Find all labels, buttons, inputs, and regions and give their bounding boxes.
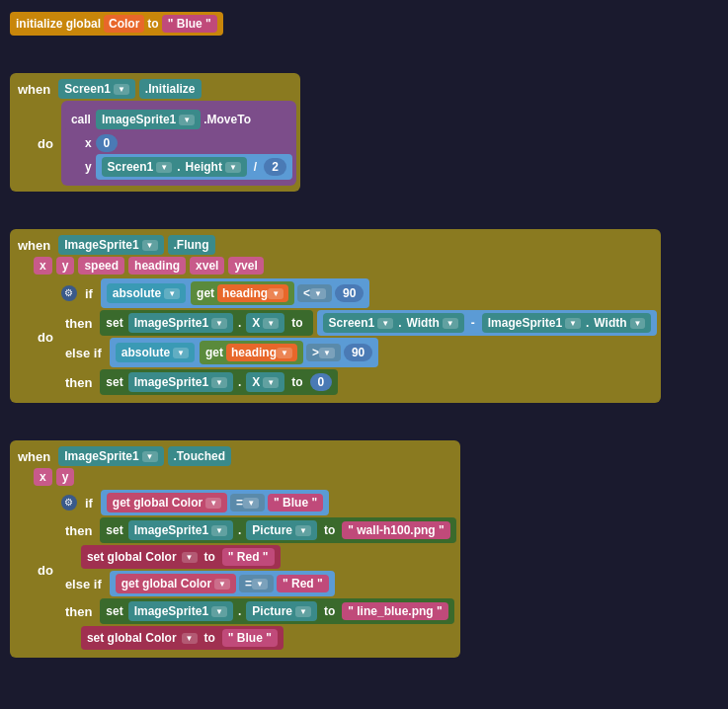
set-picture1[interactable]: set ImageSprite1 . Picture to bbox=[100, 517, 455, 543]
imgsprite1-dropdown[interactable] bbox=[565, 318, 581, 329]
set2-component[interactable]: ImageSprite1 bbox=[128, 372, 233, 392]
global-color2-dropdown[interactable] bbox=[214, 579, 230, 590]
when3-comp-dropdown[interactable] bbox=[142, 451, 158, 462]
val0[interactable]: 0 bbox=[310, 373, 333, 391]
val90b[interactable]: 90 bbox=[344, 344, 372, 361]
x-value[interactable]: 0 bbox=[96, 134, 119, 152]
blue-str1[interactable]: " Blue " bbox=[268, 494, 323, 512]
screen1-height-dropdown[interactable] bbox=[156, 162, 172, 173]
get-global-color1[interactable]: get global Color bbox=[107, 493, 227, 512]
screen1-w-dropdown[interactable] bbox=[377, 318, 393, 329]
eq1-dropdown[interactable] bbox=[243, 498, 259, 509]
set1-block[interactable]: set ImageSprite1 . X to bbox=[100, 310, 312, 336]
param-speed[interactable]: speed bbox=[78, 257, 124, 275]
pic2-prop[interactable]: Picture bbox=[246, 601, 317, 621]
val90a[interactable]: 90 bbox=[335, 284, 364, 302]
set1-comp-dropdown[interactable] bbox=[211, 318, 227, 329]
heading1-dropdown[interactable] bbox=[268, 288, 283, 299]
when2-comp-dropdown[interactable] bbox=[142, 240, 158, 251]
lt-op[interactable]: < bbox=[297, 284, 332, 302]
param-yvel[interactable]: yvel bbox=[228, 257, 263, 275]
to-pic2: to bbox=[324, 604, 335, 618]
get-global-color2[interactable]: get global Color bbox=[116, 574, 236, 593]
color-var[interactable]: Color bbox=[104, 15, 144, 33]
initialize-event[interactable]: .Initialize bbox=[139, 79, 202, 99]
blue-string-init[interactable]: " Blue " bbox=[162, 15, 217, 33]
when2-component[interactable]: ImageSprite1 bbox=[58, 235, 163, 255]
condition4[interactable]: get global Color = " Red " bbox=[110, 571, 335, 596]
pic2-component[interactable]: ImageSprite1 bbox=[128, 601, 233, 621]
abs1-block[interactable]: absolute bbox=[107, 283, 186, 303]
param-y[interactable]: y bbox=[56, 257, 75, 275]
eq2-op[interactable]: = bbox=[239, 575, 274, 592]
set2-prop[interactable]: X bbox=[246, 372, 284, 392]
wall-pic-str[interactable]: " wall-h100.png " bbox=[342, 521, 449, 539]
eq1-op[interactable]: = bbox=[230, 494, 265, 512]
pic1-component[interactable]: ImageSprite1 bbox=[128, 520, 233, 540]
param3-y[interactable]: y bbox=[56, 468, 75, 486]
condition3[interactable]: get global Color = " Blue " bbox=[101, 490, 329, 515]
abs1-dropdown[interactable] bbox=[164, 288, 180, 299]
heading2-var[interactable]: heading bbox=[226, 344, 297, 361]
set-global-blue[interactable]: set global Color to " Blue " bbox=[81, 626, 283, 650]
get-heading2[interactable]: get heading bbox=[200, 341, 303, 364]
heading2-dropdown[interactable] bbox=[277, 348, 292, 358]
pic1-prop-dropdown[interactable] bbox=[295, 525, 311, 536]
gear-icon-2[interactable]: ⚙ bbox=[61, 285, 77, 301]
red-str1[interactable]: " Red " bbox=[222, 548, 275, 566]
set2-block[interactable]: set ImageSprite1 . X to bbox=[100, 369, 338, 395]
line-blue-str[interactable]: " line_blue.png " bbox=[342, 602, 447, 620]
condition1[interactable]: absolute get heading bbox=[101, 278, 370, 308]
global-red-dropdown[interactable] bbox=[182, 552, 198, 563]
abs2-dropdown[interactable] bbox=[173, 348, 189, 358]
global-color1-dropdown[interactable] bbox=[205, 498, 221, 509]
param-heading[interactable]: heading bbox=[128, 257, 186, 275]
param-xvel[interactable]: xvel bbox=[190, 257, 224, 275]
pic2-prop-dropdown[interactable] bbox=[295, 606, 311, 617]
gear-icon-3[interactable]: ⚙ bbox=[61, 495, 77, 511]
pic1-comp-dropdown[interactable] bbox=[211, 525, 227, 536]
param3-x[interactable]: x bbox=[34, 468, 52, 486]
pic1-prop[interactable]: Picture bbox=[246, 520, 317, 540]
divide-block[interactable]: Screen1 . Height / 2 bbox=[96, 154, 292, 180]
initialize-block[interactable]: initialize global Color to " Blue " bbox=[10, 12, 223, 36]
height-dropdown[interactable] bbox=[225, 162, 241, 173]
set1-prop-dropdown[interactable] bbox=[263, 318, 279, 329]
screen1-component[interactable]: Screen1 bbox=[58, 79, 135, 99]
minus-block[interactable]: Screen1 . Width - ImageSprite1 . bbox=[317, 310, 658, 336]
global-blue-dropdown[interactable] bbox=[182, 633, 198, 644]
then2-row-2: then set ImageSprite1 . X bbox=[61, 369, 658, 395]
blue-str2[interactable]: " Blue " bbox=[222, 629, 278, 647]
pic2-comp-dropdown[interactable] bbox=[211, 606, 227, 617]
red-str2[interactable]: " Red " bbox=[277, 575, 329, 592]
heading1-var[interactable]: heading bbox=[217, 284, 288, 302]
set-global-red[interactable]: set global Color to " Red " bbox=[81, 545, 281, 569]
screen1-height[interactable]: Screen1 . Height bbox=[102, 157, 247, 177]
imgsprite1-width[interactable]: ImageSprite1 . Width bbox=[482, 313, 652, 333]
set1-component[interactable]: ImageSprite1 bbox=[128, 313, 233, 333]
screen1-width[interactable]: Screen1 . Width bbox=[323, 313, 464, 333]
gt-dropdown[interactable] bbox=[319, 348, 335, 358]
y-divisor[interactable]: 2 bbox=[264, 158, 286, 176]
abs2-block[interactable]: absolute bbox=[116, 343, 195, 362]
set2-prop-dropdown[interactable] bbox=[263, 377, 279, 388]
when3-component[interactable]: ImageSprite1 bbox=[58, 446, 163, 466]
set2-comp-dropdown[interactable] bbox=[211, 377, 227, 388]
moveto-component[interactable]: ImageSprite1 bbox=[96, 110, 201, 129]
screen1-dropdown[interactable] bbox=[114, 84, 129, 95]
width2-dropdown[interactable] bbox=[630, 318, 646, 329]
then1-keyword-2: then bbox=[61, 314, 96, 333]
call-block[interactable]: call ImageSprite1 .MoveTo bbox=[65, 107, 257, 132]
flung-event[interactable]: .Flung bbox=[168, 235, 215, 255]
moveto-comp-dropdown[interactable] bbox=[179, 115, 195, 125]
set-picture2[interactable]: set ImageSprite1 . Picture to bbox=[100, 598, 453, 624]
condition2[interactable]: absolute get heading bbox=[110, 338, 379, 367]
touched-event[interactable]: .Touched bbox=[168, 446, 231, 466]
get-heading1[interactable]: get heading bbox=[191, 281, 294, 305]
width1-dropdown[interactable] bbox=[443, 318, 458, 329]
lt-dropdown[interactable] bbox=[310, 288, 326, 299]
param-x[interactable]: x bbox=[34, 257, 52, 275]
set1-prop[interactable]: X bbox=[246, 313, 284, 333]
gt-op[interactable]: > bbox=[306, 344, 341, 361]
eq2-dropdown[interactable] bbox=[252, 579, 268, 590]
